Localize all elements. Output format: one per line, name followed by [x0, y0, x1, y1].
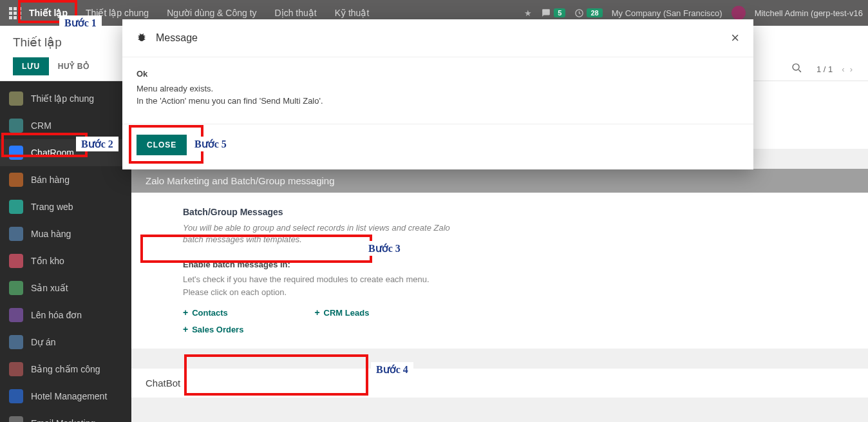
pager-text: 1 / 1	[816, 64, 833, 74]
sidebar-item[interactable]: Trang web	[0, 193, 131, 220]
modal-ok: Ok	[137, 69, 739, 79]
pager: 1 / 1 ‹›	[816, 64, 855, 74]
module-icon	[9, 335, 23, 349]
pager-prev[interactable]: ‹	[839, 64, 847, 74]
modal-line1: Menu already exists.	[137, 84, 739, 93]
module-icon	[9, 362, 23, 376]
activities-count: 28	[587, 8, 602, 17]
user-name[interactable]: Mitchell Admin (gerp-test-v16	[755, 8, 863, 18]
sidebar-item-label: CRM	[31, 120, 52, 131]
sidebar-item-label: Email Marketing	[31, 418, 95, 422]
module-icon	[9, 416, 23, 422]
module-icon	[9, 91, 23, 106]
save-button[interactable]: LƯU	[13, 57, 49, 75]
sidebar-item[interactable]: Mua hàng	[0, 220, 131, 247]
star-icon[interactable]: ★	[524, 8, 532, 18]
sidebar-item-label: Tồn kho	[31, 256, 64, 266]
page-title: Thiết lập	[13, 35, 90, 50]
close-icon[interactable]: ×	[731, 30, 739, 46]
sidebar-item[interactable]: Sản xuất	[0, 274, 131, 302]
module-icon	[9, 119, 23, 133]
search-icon[interactable]	[791, 62, 802, 75]
enable-note: Let's check if you have the required mod…	[183, 273, 453, 298]
plus-icon: +	[183, 324, 188, 334]
section-body-marketing: Batch/Group Messages You will be able to…	[131, 193, 868, 349]
topnav-item[interactable]: Thiết lập chung	[86, 8, 149, 18]
sidebar-item[interactable]: CRM	[0, 112, 131, 139]
close-button[interactable]: CLOSE	[137, 135, 187, 155]
sidebar-item-label: Bán hàng	[31, 175, 70, 185]
sidebar-item-label: Trang web	[31, 202, 73, 212]
topnav-item[interactable]: Kỹ thuật	[335, 8, 370, 18]
messages-count: 5	[554, 8, 565, 17]
company-name[interactable]: My Company (San Francisco)	[612, 8, 722, 18]
sidebar-item[interactable]: Hotel Management	[0, 383, 131, 410]
sidebar-item[interactable]: ChatRoom	[0, 139, 131, 166]
batch-links: + Contacts+ Sales Orders + CRM Leads	[183, 307, 816, 334]
modal-line2: In the 'Action' menu you can find 'Send …	[137, 96, 739, 106]
sidebar-item[interactable]: Lên hóa đơn	[0, 302, 131, 329]
module-icon	[9, 281, 23, 295]
sidebar-item-label: Mua hàng	[31, 229, 71, 239]
modal-title: Message	[156, 32, 198, 44]
plus-icon: +	[314, 307, 319, 318]
message-dialog: Message × Ok Menu already exists. In the…	[122, 19, 753, 169]
topbar-right: ★ 5 28 My Company (San Francisco) Mitche…	[524, 6, 863, 20]
topnav: Thiết lập Thiết lập chung Người dùng & C…	[29, 8, 369, 18]
avatar[interactable]	[731, 6, 746, 20]
module-icon	[9, 227, 23, 241]
module-icon	[9, 146, 23, 160]
sidebar-item[interactable]: Bán hàng	[0, 166, 131, 193]
topnav-active[interactable]: Thiết lập	[29, 8, 68, 18]
topnav-item[interactable]: Dịch thuật	[275, 8, 317, 18]
batch-link[interactable]: + CRM Leads	[314, 307, 369, 318]
sidebar-item[interactable]: Thiết lập chung	[0, 85, 131, 112]
bug-icon	[137, 32, 147, 44]
module-icon	[9, 308, 23, 322]
batch-title: Batch/Group Messages	[183, 207, 816, 217]
svg-point-1	[793, 64, 799, 70]
apps-icon[interactable]	[9, 7, 21, 19]
enable-title: Enable batch messages in:	[183, 260, 816, 269]
module-icon	[9, 389, 23, 403]
batch-link[interactable]: + Sales Orders	[183, 324, 243, 334]
sidebar-item[interactable]: Dự án	[0, 329, 131, 356]
discard-button[interactable]: HUỶ BỎ	[58, 62, 90, 71]
sidebar-item-label: Hotel Management	[31, 391, 107, 401]
module-icon	[9, 173, 23, 187]
activities-indicator[interactable]: 28	[574, 8, 602, 18]
sidebar-item-label: ChatRoom	[31, 148, 74, 158]
batch-desc: You will be able to group and select rec…	[183, 222, 453, 245]
sidebar-item-label: Bảng chấm công	[31, 364, 100, 374]
messages-indicator[interactable]: 5	[541, 8, 565, 17]
topnav-item[interactable]: Người dùng & Công ty	[167, 8, 256, 18]
module-icon	[9, 254, 23, 268]
plus-icon: +	[183, 307, 188, 318]
sidebar-item-label: Lên hóa đơn	[31, 310, 82, 320]
sidebar: Thiết lập chungCRMChatRoomBán hàngTrang …	[0, 81, 131, 422]
section-header-marketing: Zalo Marketing and Batch/Group messaging	[131, 169, 868, 193]
sidebar-item[interactable]: Email Marketing	[0, 410, 131, 422]
module-icon	[9, 200, 23, 214]
sidebar-item[interactable]: Bảng chấm công	[0, 356, 131, 383]
sidebar-item-label: Thiết lập chung	[31, 93, 94, 104]
sidebar-item-label: Dự án	[31, 337, 56, 347]
pager-next[interactable]: ›	[847, 64, 855, 74]
sidebar-item[interactable]: Tồn kho	[0, 247, 131, 274]
sidebar-item-label: Sản xuất	[31, 283, 68, 293]
batch-link[interactable]: + Contacts	[183, 307, 243, 318]
section-header-chatbot: ChatBot	[131, 368, 868, 398]
